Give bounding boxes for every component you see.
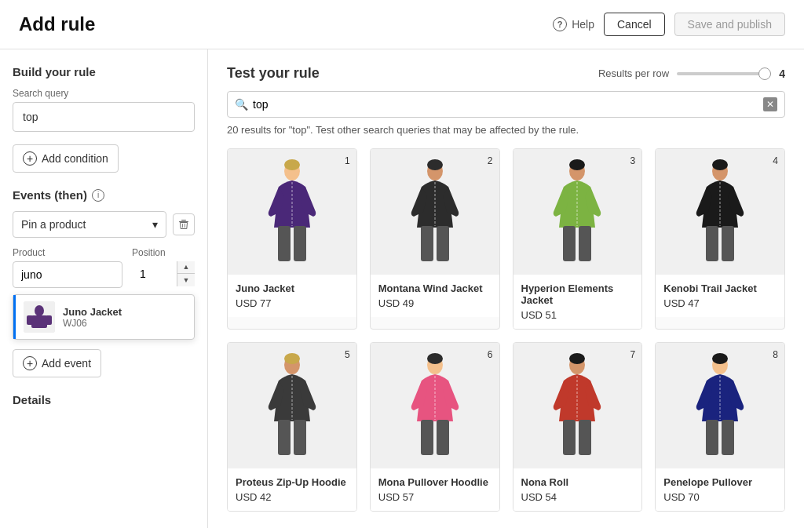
svg-rect-7 (27, 315, 33, 325)
autocomplete-item[interactable]: Juno Jacket WJ06 (13, 295, 194, 339)
product-card[interactable]: 2 (370, 148, 500, 330)
svg-rect-1 (181, 220, 186, 220)
plus-icon-event: + (23, 356, 37, 370)
autocomplete-sku: WJ06 (63, 318, 122, 329)
product-number: 4 (773, 155, 778, 166)
search-query-label: Search query (13, 88, 195, 99)
autocomplete-dropdown: Juno Jacket WJ06 (13, 294, 195, 340)
product-price: USD 42 (236, 491, 349, 503)
position-label: Position (132, 247, 195, 258)
svg-point-40 (569, 353, 585, 364)
svg-rect-36 (421, 420, 433, 455)
product-price: USD 70 (663, 491, 777, 503)
product-price: USD 54 (521, 491, 634, 503)
add-event-button[interactable]: + Add event (13, 349, 101, 377)
chevron-down-icon: ▾ (152, 218, 158, 231)
svg-rect-41 (563, 420, 576, 455)
position-spinner: ▲ ▼ (132, 261, 195, 286)
product-image-wrap: 7 (513, 343, 642, 468)
product-number: 8 (773, 349, 778, 360)
add-condition-button[interactable]: + Add condition (13, 144, 119, 173)
product-image-wrap: 8 (656, 343, 784, 468)
position-input[interactable] (132, 261, 177, 286)
svg-point-20 (569, 159, 585, 170)
svg-rect-31 (278, 420, 291, 455)
page-header: Add rule ? Help Cancel Save and publish (0, 0, 804, 49)
product-info: Penelope Pullover USD 70 (656, 468, 784, 511)
product-card[interactable]: 8 (655, 342, 785, 512)
product-card[interactable]: 3 (513, 148, 643, 330)
product-price: USD 57 (378, 491, 492, 503)
product-name: Nona Roll (521, 476, 634, 488)
product-price: USD 77 (236, 297, 349, 309)
cancel-button[interactable]: Cancel (604, 13, 665, 36)
svg-rect-46 (706, 420, 718, 455)
svg-rect-32 (294, 420, 306, 455)
product-price: USD 51 (521, 309, 634, 321)
product-card[interactable]: 7 (513, 342, 643, 512)
left-panel: Build your rule Search query + Add condi… (0, 49, 208, 528)
svg-rect-12 (294, 226, 306, 261)
svg-point-10 (284, 159, 300, 170)
svg-rect-21 (563, 226, 576, 261)
product-price: USD 47 (663, 297, 777, 309)
product-info: Proteus Zip-Up Hoodie USD 42 (228, 468, 356, 511)
svg-point-30 (284, 353, 300, 364)
product-card[interactable]: 4 (655, 148, 785, 330)
product-card[interactable]: 6 (370, 342, 500, 512)
save-publish-button[interactable]: Save and publish (674, 13, 785, 36)
product-number: 1 (345, 155, 350, 166)
event-type-select[interactable]: Pin a product ▾ (13, 211, 166, 238)
product-name: Penelope Pullover (663, 476, 777, 488)
results-count: 4 (779, 67, 785, 80)
position-field: Position ▲ ▼ (132, 247, 195, 288)
product-card[interactable]: 1 (227, 148, 357, 330)
search-clear-button[interactable]: ✕ (763, 97, 777, 111)
product-position-row: Product Position ▲ ▼ (13, 247, 195, 288)
build-rule-title: Build your rule (13, 65, 195, 78)
product-info: Mona Pullover Hoodlie USD 57 (371, 468, 499, 511)
product-number: 5 (345, 349, 350, 360)
svg-rect-11 (278, 226, 291, 261)
product-label: Product (13, 247, 122, 258)
results-slider[interactable] (677, 72, 771, 75)
product-number: 3 (630, 155, 636, 166)
product-number: 6 (488, 349, 493, 360)
delete-event-button[interactable] (173, 213, 195, 235)
svg-rect-37 (437, 420, 449, 455)
help-button[interactable]: ? Help (553, 17, 594, 31)
product-name: Juno Jacket (236, 282, 349, 294)
product-name: Montana Wind Jacket (378, 282, 492, 294)
svg-rect-17 (437, 226, 449, 261)
product-input[interactable] (13, 261, 122, 288)
test-search-input[interactable] (227, 91, 785, 118)
main-layout: Build your rule Search query + Add condi… (0, 49, 804, 528)
right-panel: Test your rule Results per row 4 🔍 ✕ 20 … (208, 49, 804, 528)
product-info: Montana Wind Jacket USD 49 (371, 275, 499, 317)
product-number: 7 (630, 349, 636, 360)
svg-rect-6 (31, 315, 47, 328)
spinner-down-button[interactable]: ▼ (177, 274, 195, 286)
details-title: Details (13, 393, 195, 406)
product-field: Product (13, 247, 122, 288)
slider-thumb[interactable] (758, 67, 771, 80)
svg-rect-26 (706, 226, 718, 261)
test-rule-title: Test your rule (227, 65, 320, 82)
events-header: Events (then) i (13, 188, 195, 202)
product-card[interactable]: 5 (227, 342, 357, 512)
product-name: Proteus Zip-Up Hoodie (236, 476, 349, 488)
spinner-controls: ▲ ▼ (177, 261, 195, 286)
svg-rect-42 (579, 420, 591, 455)
svg-point-15 (427, 159, 443, 170)
info-icon[interactable]: i (92, 189, 104, 202)
autocomplete-info: Juno Jacket WJ06 (63, 306, 122, 329)
svg-point-35 (427, 353, 443, 364)
product-info: Juno Jacket USD 77 (228, 275, 356, 317)
product-name: Mona Pullover Hoodlie (378, 476, 492, 488)
product-image-wrap: 4 (656, 149, 784, 275)
right-panel-header: Test your rule Results per row 4 (227, 65, 785, 82)
product-info: Kenobi Trail Jacket USD 47 (656, 275, 784, 317)
svg-rect-16 (421, 226, 433, 261)
spinner-up-button[interactable]: ▲ (177, 261, 195, 274)
search-query-input[interactable] (13, 102, 195, 132)
